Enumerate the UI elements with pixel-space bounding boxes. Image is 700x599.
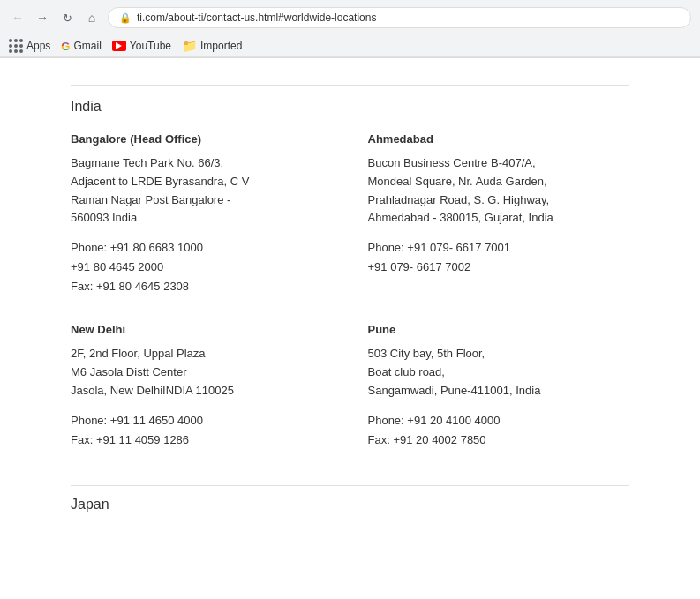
phone-bangalore: Phone: +91 80 6683 1000 +91 80 4645 2000… xyxy=(71,238,333,296)
location-pune: Pune 503 City bay, 5th Floor, Boat club … xyxy=(368,323,630,450)
bottom-divider xyxy=(71,485,629,486)
page-content: India Bangalore (Head Office) Bagmane Te… xyxy=(0,58,700,530)
browser-toolbar: ← → ↻ ⌂ 🔒 ti.com/about-ti/contact-us.htm… xyxy=(0,0,700,35)
location-ahmedabad: Ahmedabad Bucon Business Centre B-407/A,… xyxy=(368,132,630,296)
city-bangalore: Bangalore (Head Office) xyxy=(71,132,333,146)
phone-pune: Phone: +91 20 4100 4000 Fax: +91 20 4002… xyxy=(368,411,630,450)
bookmark-youtube[interactable]: YouTube xyxy=(112,40,171,52)
location-new-delhi: New Delhi 2F, 2nd Floor, Uppal Plaza M6 … xyxy=(71,323,333,450)
youtube-play-icon xyxy=(116,42,122,49)
youtube-icon xyxy=(112,41,126,51)
address-bar[interactable]: 🔒 ti.com/about-ti/contact-us.html#worldw… xyxy=(108,7,691,28)
browser-chrome: ← → ↻ ⌂ 🔒 ti.com/about-ti/contact-us.htm… xyxy=(0,0,700,58)
next-country-label: Japan xyxy=(71,497,629,513)
refresh-button[interactable]: ↻ xyxy=(58,9,76,26)
apps-label: Apps xyxy=(26,40,50,52)
city-new-delhi: New Delhi xyxy=(71,323,333,336)
imported-label: Imported xyxy=(200,40,242,52)
address-ahmedabad: Bucon Business Centre B-407/A, Mondeal S… xyxy=(368,154,630,228)
location-bangalore: Bangalore (Head Office) Bagmane Tech Par… xyxy=(71,132,333,296)
top-divider xyxy=(71,85,629,86)
folder-icon: 📁 xyxy=(182,39,197,53)
phone-new-delhi: Phone: +91 11 4650 4000 Fax: +91 11 4059… xyxy=(71,411,333,450)
forward-button[interactable]: → xyxy=(34,9,51,26)
phone-ahmedabad: Phone: +91 079- 6617 7001 +91 079- 6617 … xyxy=(368,238,630,277)
bookmark-imported[interactable]: 📁 Imported xyxy=(182,39,242,53)
city-pune: Pune xyxy=(368,323,630,336)
url-text: ti.com/about-ti/contact-us.html#worldwid… xyxy=(137,11,376,24)
apps-icon xyxy=(9,39,23,53)
gmail-label: Gmail xyxy=(73,40,101,52)
address-new-delhi: 2F, 2nd Floor, Uppal Plaza M6 Jasola Dis… xyxy=(71,345,333,400)
youtube-label: YouTube xyxy=(130,40,171,52)
bookmark-gmail[interactable]: G Gmail xyxy=(61,40,101,53)
locations-grid: Bangalore (Head Office) Bagmane Tech Par… xyxy=(71,132,629,459)
home-button[interactable]: ⌂ xyxy=(83,9,101,26)
country-title: India xyxy=(71,99,629,115)
back-button[interactable]: ← xyxy=(9,9,26,26)
lock-icon: 🔒 xyxy=(119,12,132,24)
gmail-icon: G xyxy=(61,40,70,53)
city-ahmedabad: Ahmedabad xyxy=(368,132,630,146)
bookmark-apps[interactable]: Apps xyxy=(9,39,50,53)
address-bangalore: Bagmane Tech Park No. 66/3, Adjacent to … xyxy=(71,154,333,228)
bookmarks-bar: Apps G Gmail YouTube 📁 Imported xyxy=(0,35,700,57)
address-pune: 503 City bay, 5th Floor, Boat club road,… xyxy=(368,345,630,400)
